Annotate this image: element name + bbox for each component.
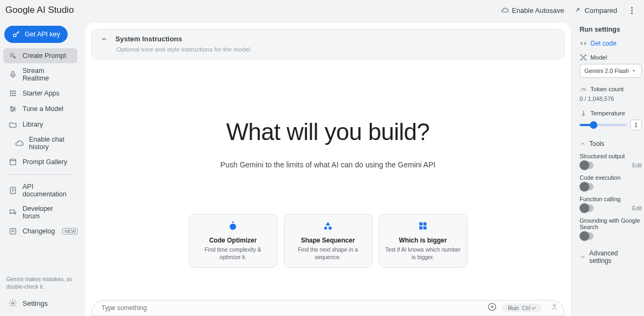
model-icon — [580, 54, 587, 61]
card-title: Which is bigger — [399, 237, 447, 244]
compared-button[interactable]: Compared — [574, 6, 617, 14]
settings-button[interactable]: Settings — [3, 295, 77, 312]
toggle-code-execution[interactable] — [580, 183, 594, 190]
nav-label: Stream Realtime — [23, 67, 72, 82]
advanced-settings-toggle[interactable]: Advanced settings — [580, 249, 642, 264]
svg-point-32 — [581, 59, 582, 60]
svg-rect-1 — [12, 71, 14, 75]
tools-toggle-header[interactable]: Tools — [580, 140, 642, 148]
get-api-key-button[interactable]: Get API key — [4, 26, 68, 43]
more-menu-icon[interactable] — [627, 7, 636, 14]
add-attachment-icon[interactable] — [487, 302, 497, 314]
nav-label: Library — [23, 121, 43, 128]
forum-icon — [9, 208, 17, 217]
run-button[interactable]: Run Ctrl ↵ — [502, 304, 541, 312]
nav-label: Prompt Gallery — [23, 158, 67, 166]
svg-point-13 — [11, 110, 13, 112]
compared-label: Compared — [584, 6, 617, 14]
nav-stream-realtime[interactable]: Stream Realtime — [3, 64, 77, 85]
advanced-settings-label: Advanced settings — [589, 249, 642, 264]
prompt-input[interactable] — [101, 304, 482, 312]
thermometer-icon — [580, 109, 587, 117]
svg-point-31 — [585, 55, 586, 56]
nav-enable-chat-history[interactable]: Enable chat history — [3, 133, 77, 154]
voice-input-icon[interactable] — [550, 303, 559, 313]
hero-headline: What will you build? — [226, 119, 430, 145]
gallery-icon — [9, 158, 17, 166]
nav-label: Tune a Model — [23, 105, 63, 113]
svg-point-7 — [14, 93, 16, 94]
run-settings-panel: Run settings Get code Model Gemini 2.0 F… — [575, 20, 644, 316]
card-which-is-bigger[interactable]: Which is bigger Test if AI knows which n… — [379, 214, 467, 268]
nav-label: API documentation — [23, 183, 72, 198]
token-count-value: 0 / 1,048,576 — [580, 95, 642, 102]
tool-structured-output: Structured output Edit — [580, 153, 642, 169]
grid-icon — [418, 221, 428, 233]
card-desc: Find the next shape in a sequence. — [290, 246, 367, 261]
svg-point-9 — [12, 95, 14, 97]
nav-label: Starter Apps — [23, 90, 60, 97]
svg-rect-26 — [423, 226, 427, 230]
tool-grounding-search: Grounding with Google Search — [580, 217, 642, 240]
svg-point-0 — [13, 34, 16, 36]
hero-subline: Push Gemini to the limits of what AI can… — [221, 160, 436, 169]
tune-icon — [9, 105, 17, 113]
nav-library[interactable]: Library — [3, 117, 77, 132]
nav-api-docs[interactable]: API documentation — [3, 180, 77, 201]
svg-point-6 — [12, 93, 14, 94]
svg-point-10 — [14, 95, 16, 97]
system-instructions-box[interactable]: System Instructions Optional tone and st… — [91, 29, 565, 60]
nav-dev-forum[interactable]: Developer forum — [3, 202, 77, 223]
toggle-grounding-search[interactable] — [580, 232, 594, 240]
get-code-label: Get code — [590, 40, 617, 47]
card-shape-sequencer[interactable]: Shape Sequencer Find the next shape in a… — [284, 214, 372, 268]
slider-knob[interactable] — [590, 121, 597, 129]
chevron-up-icon — [580, 141, 586, 147]
nav-separator — [5, 174, 75, 175]
edit-structured-output[interactable]: Edit — [632, 162, 642, 168]
stopwatch-icon — [228, 221, 238, 233]
enable-autosave-button[interactable]: Enable Autosave — [501, 6, 565, 14]
svg-rect-23 — [419, 223, 422, 226]
svg-rect-24 — [423, 223, 427, 226]
card-code-optimizer[interactable]: Code Optimizer Find time complexity & op… — [189, 214, 277, 268]
doc-icon — [9, 186, 17, 195]
run-settings-title: Run settings — [580, 26, 642, 33]
gear-icon — [9, 299, 17, 307]
edit-note-icon — [9, 52, 17, 60]
svg-marker-20 — [326, 222, 330, 226]
system-instructions-title: System Instructions — [115, 35, 182, 43]
nav-changelog[interactable]: Changelog NEW — [3, 224, 77, 239]
nav-tune-model[interactable]: Tune a Model — [3, 101, 77, 116]
toggle-structured-output[interactable] — [580, 161, 594, 169]
main-area: System Instructions Optional tone and st… — [80, 20, 575, 316]
sidebar: Get API key Create Prompt Stream Realtim… — [0, 20, 80, 316]
cloud-save-icon — [15, 139, 24, 148]
system-instructions-subtitle: Optional tone and style instructions for… — [116, 46, 555, 53]
svg-point-34 — [582, 114, 584, 116]
model-label: Model — [580, 54, 642, 61]
nav-starter-apps[interactable]: Starter Apps — [3, 86, 77, 101]
compare-icon — [574, 6, 581, 14]
chevron-down-icon — [631, 68, 637, 74]
settings-label: Settings — [23, 299, 48, 307]
toggle-function-calling[interactable] — [580, 204, 594, 212]
svg-point-17 — [12, 302, 14, 304]
meter-icon — [580, 85, 587, 93]
run-shortcut: Ctrl ↵ — [522, 305, 536, 311]
svg-rect-14 — [10, 159, 16, 165]
changelog-icon — [9, 227, 17, 236]
new-badge: NEW — [62, 228, 78, 234]
nav-prompt-gallery[interactable]: Prompt Gallery — [3, 155, 77, 170]
topbar: Google AI Studio Enable Autosave Compare… — [0, 0, 644, 20]
get-code-link[interactable]: Get code — [580, 40, 642, 47]
svg-rect-25 — [419, 226, 422, 230]
nav-create-prompt[interactable]: Create Prompt — [3, 48, 77, 63]
svg-point-11 — [11, 106, 12, 108]
model-select[interactable]: Gemini 2.0 Flash — [580, 64, 642, 78]
tool-code-execution: Code execution — [580, 174, 642, 190]
svg-point-18 — [230, 224, 236, 230]
temperature-slider[interactable] — [580, 124, 627, 126]
enable-autosave-label: Enable Autosave — [512, 6, 565, 14]
edit-function-calling[interactable]: Edit — [632, 205, 642, 211]
